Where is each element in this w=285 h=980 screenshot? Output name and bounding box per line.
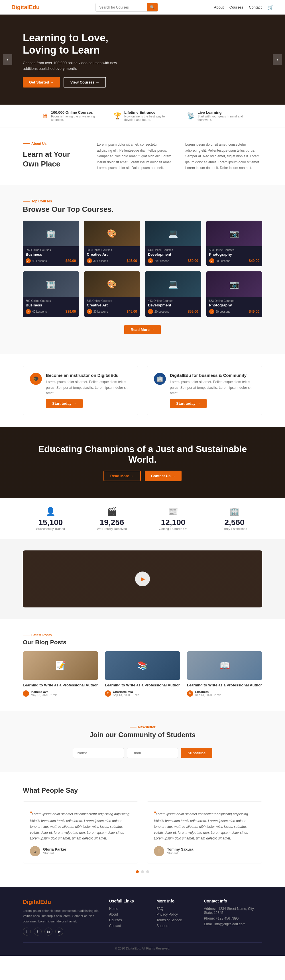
course-category-8: 583 Online Courses [209, 299, 260, 302]
footer-link-home[interactable]: Home [109, 907, 148, 911]
blog-label: Latest Posts [23, 633, 262, 637]
nav-about[interactable]: About [214, 5, 224, 10]
subscribe-form: Subscribe [23, 748, 262, 758]
read-more-button[interactable]: Read More → [124, 325, 161, 334]
blog-author-2: Charlotte mia [113, 690, 139, 694]
main-nav: About Courses Contact 🛒 [214, 4, 274, 11]
footer-more-support[interactable]: Support [156, 924, 195, 928]
footer-contact-address: Address: 1234 Street Name, City, State, … [204, 907, 262, 915]
logo[interactable]: DigitalEdu [11, 4, 40, 11]
header: DigitalEdu 🔍 About Courses Contact 🛒 [0, 0, 285, 14]
youtube-icon[interactable]: ▶ [55, 928, 63, 935]
footer-more-faq[interactable]: FAQ [156, 907, 195, 911]
search-bar: 🔍 [96, 3, 158, 12]
blog-post-2[interactable]: 📚 Learning to Write as a Professional Au… [105, 651, 180, 697]
nav-contact[interactable]: Contact [249, 5, 262, 10]
hero-prev-button[interactable]: ‹ [3, 54, 12, 65]
course-card-4[interactable]: 📷 583 Online Courses Photography D 20 Le… [206, 221, 263, 266]
author-avatar-4: D [209, 258, 214, 263]
banner-read-more-button[interactable]: Read More → [103, 471, 141, 481]
blog-post-1[interactable]: 📝 Learning to Write as a Professional Au… [23, 651, 98, 697]
footer-grid: DigitalEdu Lorem ipsum dolor sit amet, c… [23, 899, 262, 935]
blog-author-1: Isabella ava [31, 690, 57, 694]
blog-title: Our Blog Posts [23, 639, 262, 646]
facebook-icon[interactable]: f [23, 928, 31, 935]
instructor-card-text: Lorem ipsum dolor sit amet. Pellentesque… [46, 379, 131, 396]
course-price-1: $89.00 [65, 259, 76, 263]
banner-title: Educating Champions of a Just and Sustai… [23, 444, 262, 465]
footer-about-text: Lorem ipsum dolor sit amet, consectetur … [23, 908, 100, 924]
course-price-8: $49.00 [249, 310, 260, 313]
instructor-start-button[interactable]: Start today → [46, 399, 83, 408]
blog-section: Latest Posts Our Blog Posts 📝 Learning t… [0, 619, 285, 711]
stat-number-2: 19,256 [84, 518, 140, 527]
author-avatar-2: B [87, 258, 92, 263]
footer-more-privacy[interactable]: Privacy Policy [156, 912, 195, 916]
course-title-8: Photography [209, 303, 260, 307]
course-card-6[interactable]: 🎨 383 Online Courses Creative Art B 30 L… [84, 271, 140, 317]
course-card-8[interactable]: 📷 583 Online Courses Photography D 20 Le… [206, 271, 263, 317]
dot-2[interactable] [141, 870, 144, 873]
course-card-1[interactable]: 🏢 392 Online Courses Business A 40 Lesso… [23, 221, 79, 266]
course-card-7[interactable]: 💻 443 Online Courses Development C 20 Le… [145, 271, 201, 317]
blog-meta-2: C Charlotte mia Sep 13, 2020 · 1 min [105, 690, 180, 697]
footer-link-contact[interactable]: Contact [109, 924, 148, 928]
course-price-3: $59.00 [188, 259, 198, 263]
course-category-3: 443 Online Courses [148, 248, 198, 252]
course-lessons-3: 20 Lessons [154, 259, 169, 262]
community-start-button[interactable]: Start today → [170, 399, 207, 408]
blog-post-3[interactable]: 📖 Learning to Write as a Professional Au… [187, 651, 262, 697]
footer-logo[interactable]: DigitalEdu [23, 899, 100, 905]
dot-1[interactable] [136, 870, 139, 873]
course-card-2[interactable]: 🎨 383 Online Courses Creative Art B 30 L… [84, 221, 140, 266]
hero-buttons: Get Started → View Courses → [23, 77, 262, 88]
course-category-7: 443 Online Courses [148, 299, 198, 302]
footer-link-courses[interactable]: Courses [109, 918, 148, 922]
testimonial-text-1: Lorem ipsum dolor sit amet elit consecte… [30, 808, 131, 842]
hero-section: ‹ Learning to Love, Loving to Learn Choo… [0, 14, 285, 105]
instagram-icon[interactable]: in [45, 928, 53, 935]
footer-more-terms[interactable]: Terms of Service [156, 918, 195, 922]
course-lessons-7: 20 Lessons [154, 310, 169, 313]
footer-more-list: FAQ Privacy Policy Terms of Service Supp… [156, 907, 195, 928]
course-price-2: $45.00 [127, 259, 137, 263]
course-card-3[interactable]: 💻 443 Online Courses Development C 20 Le… [145, 221, 201, 266]
banner-contact-button[interactable]: Contact Us → [145, 471, 182, 481]
course-author-2: B 30 Lessons [87, 258, 108, 263]
subscribe-email-input[interactable] [127, 748, 178, 758]
stats-section: 👤 15,100 Successfully Trained 🎬 19,256 W… [0, 498, 285, 539]
footer-link-about[interactable]: About [109, 912, 148, 916]
search-input[interactable] [96, 4, 147, 11]
hero-next-button[interactable]: › [273, 54, 282, 65]
twitter-icon[interactable]: t [33, 928, 41, 935]
trophy-icon: 🏆 [114, 112, 121, 120]
stat-item-1: 👤 15,100 Successfully Trained [23, 507, 78, 530]
course-card-5[interactable]: 🏢 392 Online Courses Business A 40 Lesso… [23, 271, 79, 317]
banner-buttons: Read More → Contact Us → [23, 471, 262, 481]
feature-desc-1: Focus is having the unwavering attention… [51, 115, 97, 121]
stat-icon-4: 🏢 [207, 507, 262, 516]
courses-label: Top Courses [23, 199, 262, 203]
course-category-6: 383 Online Courses [87, 299, 137, 302]
course-category-4: 583 Online Courses [209, 248, 260, 252]
subscribe-name-input[interactable] [73, 748, 124, 758]
copyright-text: © 2020 DigitalEdu. All Rights Reserved. [115, 947, 170, 950]
dot-3[interactable] [146, 870, 149, 873]
cart-icon[interactable]: 🛒 [267, 4, 274, 11]
search-button[interactable]: 🔍 [147, 3, 158, 11]
nav-courses[interactable]: Courses [229, 5, 243, 10]
feature-live-learning: 📡 Live Learning Start with your goals in… [187, 110, 243, 121]
test-name-2: Tommy Sakura [167, 847, 193, 851]
blog-date-1: May 13, 2020 · 2 min [31, 694, 57, 697]
play-button[interactable] [135, 571, 150, 586]
course-author-6: B 30 Lessons [87, 309, 108, 314]
blog-meta-1: I Isabella ava May 13, 2020 · 2 min [23, 690, 98, 697]
view-courses-button[interactable]: View Courses → [64, 77, 106, 88]
community-card: 🏢 DigitalEdu for business & Community Lo… [147, 366, 262, 415]
stat-number-1: 15,100 [23, 518, 78, 527]
blog-img-1: 📝 [23, 651, 98, 680]
get-started-button[interactable]: Get Started → [23, 77, 60, 88]
subscribe-button[interactable]: Subscribe [181, 748, 213, 758]
course-author-3: C 20 Lessons [148, 258, 169, 263]
test-avatar-2: T [154, 846, 164, 856]
